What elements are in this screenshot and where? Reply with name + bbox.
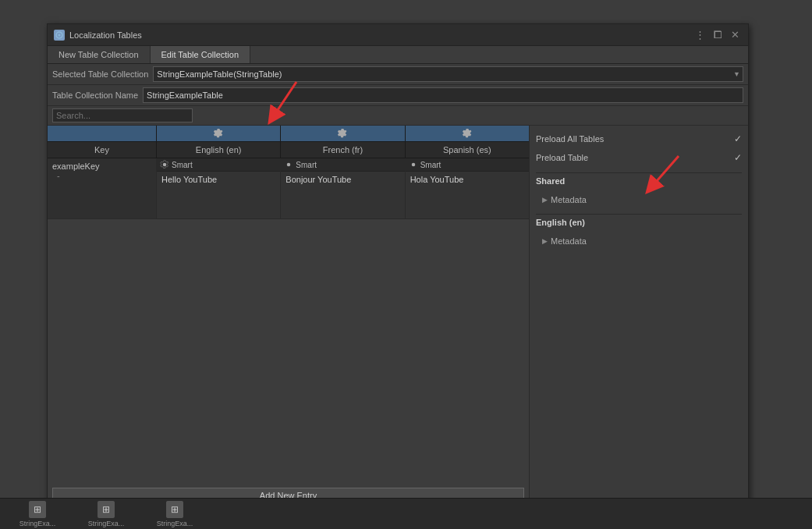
key-column-header: Key — [48, 142, 157, 158]
shared-metadata-item[interactable]: ▶ Metadata — [536, 193, 742, 206]
english-smart-label: Smart — [172, 161, 193, 169]
spanish-smart-label: Smart — [420, 161, 441, 169]
english-cell-text[interactable]: Hello YouTube — [157, 172, 280, 218]
english-value-cell[interactable]: Smart Hello YouTube — [157, 158, 281, 218]
selected-table-select[interactable]: StringExampleTable(StringTable) — [153, 66, 743, 82]
english-value-gear-icon — [160, 160, 169, 169]
restore-button[interactable]: ⧠ — [711, 29, 725, 41]
english-metadata-arrow: ▶ — [542, 237, 548, 245]
preload-all-row: Preload All Tables ✓ — [536, 132, 742, 146]
preload-table-check: ✓ — [734, 152, 742, 163]
french-smart-row: Smart — [281, 158, 404, 172]
preload-table-label: Preload Table — [536, 153, 588, 162]
spanish-smart-row: Smart — [406, 158, 529, 172]
english-icon-cell[interactable] — [157, 126, 281, 141]
lang-icon-row — [48, 126, 529, 142]
main-area: Key English (en) French (fr) Spanish (es… — [48, 126, 748, 508]
tab-edit-table-collection[interactable]: Edit Table Collection — [151, 46, 250, 63]
collection-name-label: Table Collection Name — [52, 91, 138, 100]
tab-new-table-collection[interactable]: New Table Collection — [48, 46, 151, 63]
shared-metadata-label: Metadata — [551, 195, 587, 204]
selected-table-label: Selected Table Collection — [52, 69, 148, 79]
bottom-item-3[interactable]: ⊞ StringExa... — [144, 501, 206, 527]
english-metadata-item[interactable]: ▶ Metadata — [536, 235, 742, 247]
bottom-bar: ⊞ StringExa... ⊞ StringExa... ⊞ StringEx… — [0, 498, 812, 529]
title-bar-controls[interactable]: ⋮ ⧠ ✕ — [693, 29, 742, 41]
spanish-icon-cell[interactable] — [406, 126, 529, 141]
english-column-header: English (en) — [157, 142, 281, 158]
bottom-icon-2: ⊞ — [98, 501, 115, 518]
bottom-label-3: StringExa... — [157, 520, 193, 527]
collection-name-row: Table Collection Name — [48, 85, 748, 106]
window-icon — [54, 30, 65, 41]
title-bar-left: Localization Tables — [54, 30, 142, 41]
english-smart-row: Smart — [157, 158, 280, 172]
side-panel: Preload All Tables ✓ Preload Table ✓ Sha… — [530, 126, 748, 508]
french-gear-icon — [337, 128, 348, 139]
svg-point-3 — [287, 163, 291, 167]
key-cell: exampleKey - — [48, 158, 157, 218]
main-window: Localization Tables ⋮ ⧠ ✕ New Table Coll… — [47, 23, 749, 509]
tab-bar: New Table Collection Edit Table Collecti… — [48, 46, 748, 64]
bottom-label-2: StringExa... — [88, 520, 125, 527]
spanish-value-cell[interactable]: Smart Hola YouTube — [406, 158, 529, 218]
search-row — [48, 106, 748, 126]
french-value-cell[interactable]: Smart Bonjour YouTube — [281, 158, 405, 218]
key-minus: - — [52, 171, 151, 180]
bottom-icon-1: ⊞ — [29, 501, 46, 518]
preload-table-row: Preload Table ✓ — [536, 151, 742, 165]
key-value: exampleKey — [52, 162, 151, 171]
search-input[interactable] — [52, 108, 193, 122]
close-button[interactable]: ✕ — [729, 29, 742, 41]
french-value-gear-icon — [284, 160, 293, 169]
french-icon-cell[interactable] — [281, 126, 405, 141]
french-cell-text[interactable]: Bonjour YouTube — [281, 172, 404, 218]
english-gear-icon — [213, 128, 224, 139]
spanish-value-gear-icon — [409, 160, 418, 169]
svg-point-1 — [59, 34, 61, 36]
table-section: Key English (en) French (fr) Spanish (es… — [48, 126, 530, 508]
svg-point-4 — [411, 163, 415, 167]
shared-metadata-arrow: ▶ — [542, 196, 548, 204]
selected-table-row: Selected Table Collection StringExampleT… — [48, 64, 748, 85]
french-smart-label: Smart — [296, 161, 317, 169]
table-body: exampleKey - Smart Hello YouTube — [48, 158, 529, 483]
shared-header: Shared — [536, 172, 742, 189]
bottom-item-2[interactable]: ⊞ StringExa... — [75, 501, 137, 527]
bottom-label-1: StringExa... — [20, 520, 56, 527]
english-header: English (en) — [536, 214, 742, 230]
menu-button[interactable]: ⋮ — [693, 29, 707, 41]
bottom-icon-3: ⊞ — [166, 501, 183, 518]
title-bar: Localization Tables ⋮ ⧠ ✕ — [48, 24, 748, 46]
french-column-header: French (fr) — [281, 142, 405, 158]
key-icon-cell — [48, 126, 157, 141]
table-header: Key English (en) French (fr) Spanish (es… — [48, 142, 529, 158]
spanish-gear-icon — [462, 128, 473, 139]
table-row: exampleKey - Smart Hello YouTube — [48, 158, 529, 219]
selected-table-dropdown-wrapper[interactable]: StringExampleTable(StringTable) ▼ — [153, 66, 743, 82]
collection-name-input[interactable] — [143, 87, 743, 103]
spanish-column-header: Spanish (es) — [406, 142, 529, 158]
window-title: Localization Tables — [69, 30, 142, 40]
english-metadata-label: Metadata — [551, 236, 587, 246]
preload-all-label: Preload All Tables — [536, 134, 604, 144]
preload-all-check: ✓ — [734, 133, 742, 144]
spanish-cell-text[interactable]: Hola YouTube — [406, 172, 529, 218]
bottom-item-1[interactable]: ⊞ StringExa... — [6, 501, 69, 527]
svg-point-2 — [163, 163, 167, 167]
